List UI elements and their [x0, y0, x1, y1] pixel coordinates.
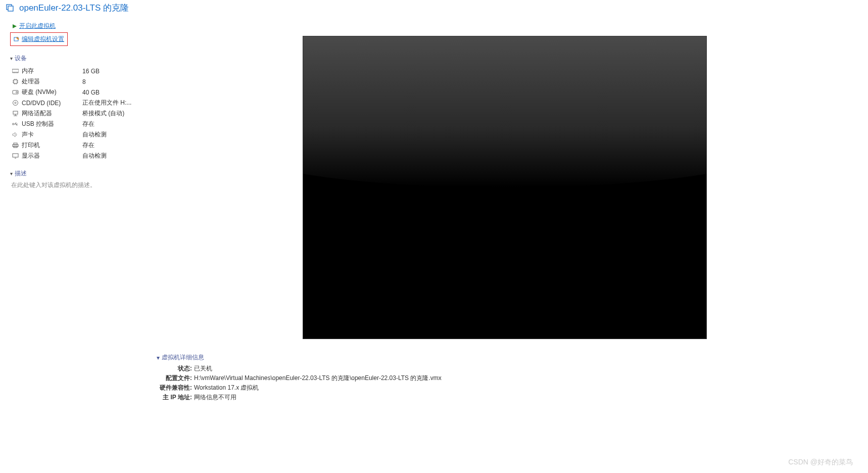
device-row-disk[interactable]: 硬盘 (NVMe) 40 GB: [10, 87, 136, 98]
device-value: 自动检测: [82, 130, 107, 139]
description-section-label: 描述: [15, 169, 27, 178]
device-label: 显示器: [22, 152, 82, 160]
network-icon: [11, 110, 19, 117]
caret-down-icon: ▾: [157, 354, 160, 361]
devices-section-header[interactable]: ▾ 设备: [10, 54, 136, 63]
device-label: 网络适配器: [22, 109, 82, 118]
device-label: 处理器: [22, 77, 82, 86]
edit-vm-settings-link[interactable]: 编辑虚拟机设置: [10, 32, 68, 46]
edit-settings-icon: [14, 36, 20, 42]
svg-rect-22: [13, 111, 18, 114]
sound-icon: [11, 131, 19, 138]
svg-marker-29: [13, 132, 15, 137]
details-section-header[interactable]: ▾ 虚拟机详细信息: [157, 353, 853, 362]
preview-container: [157, 16, 853, 339]
detail-value: 已关机: [194, 364, 212, 373]
device-label: CD/DVD (IDE): [22, 100, 82, 107]
vm-title: openEuler-22.03-LTS 的克隆: [19, 2, 129, 14]
device-value: 40 GB: [82, 89, 100, 96]
svg-rect-9: [14, 80, 17, 83]
usb-icon: [11, 121, 19, 128]
cd-icon: [11, 100, 19, 107]
power-on-vm-link[interactable]: 开启此虚拟机: [10, 21, 136, 31]
device-label: 内存: [22, 67, 82, 75]
device-value: 桥接模式 (自动): [82, 109, 124, 118]
disk-icon: [11, 89, 19, 96]
device-row-cd[interactable]: CD/DVD (IDE) 正在使用文件 H:...: [10, 98, 136, 108]
device-label: 打印机: [22, 141, 82, 150]
device-value: 存在: [82, 141, 94, 150]
detail-label: 状态:: [157, 364, 192, 373]
vm-preview-gloss: [303, 36, 707, 187]
detail-value: 网络信息不可用: [194, 393, 236, 402]
device-value: 16 GB: [82, 68, 100, 75]
svg-line-28: [16, 124, 17, 126]
device-list: 内存 16 GB 处理器 8 硬盘 (NVMe) 40 GB CD/DVD (I…: [10, 66, 136, 161]
details-list: 状态: 已关机 配置文件: H:\vmWare\Virtual Machines…: [157, 364, 853, 402]
power-on-label: 开启此虚拟机: [19, 22, 56, 30]
detail-value: H:\vmWare\Virtual Machines\openEuler-22.…: [194, 374, 442, 383]
play-icon: [12, 24, 17, 29]
device-value: 正在使用文件 H:...: [82, 99, 131, 107]
vm-icon: [5, 3, 15, 13]
detail-row-state: 状态: 已关机: [157, 364, 853, 373]
sidebar: 开启此虚拟机 编辑虚拟机设置 ▾ 设备 内存 16 GB 处理器: [0, 16, 141, 470]
details-section-label: 虚拟机详细信息: [162, 353, 204, 362]
caret-down-icon: ▾: [10, 171, 13, 176]
watermark: CSDN @好奇的菜鸟: [788, 458, 853, 467]
svg-point-19: [16, 91, 17, 93]
detail-label: 配置文件:: [157, 374, 192, 383]
printer-icon: [11, 142, 19, 149]
svg-point-20: [13, 101, 18, 106]
device-row-usb[interactable]: USB 控制器 存在: [10, 119, 136, 129]
device-value: 自动检测: [82, 152, 107, 160]
devices-section-label: 设备: [15, 54, 27, 63]
vm-screen-preview[interactable]: [303, 36, 707, 339]
svg-rect-33: [13, 154, 18, 157]
vm-tab-header: openEuler-22.03-LTS 的克隆: [0, 0, 868, 16]
memory-icon: [11, 68, 19, 75]
svg-rect-4: [12, 69, 19, 72]
detail-label: 硬件兼容性:: [157, 384, 192, 392]
device-row-printer[interactable]: 打印机 存在: [10, 140, 136, 151]
detail-row-config: 配置文件: H:\vmWare\Virtual Machines\openEul…: [157, 373, 853, 383]
svg-point-25: [12, 123, 14, 125]
svg-line-27: [15, 122, 16, 124]
detail-row-ip: 主 IP 地址: 网络信息不可用: [157, 393, 853, 402]
device-row-sound[interactable]: 声卡 自动检测: [10, 129, 136, 140]
device-label: USB 控制器: [22, 120, 82, 128]
svg-marker-2: [13, 24, 17, 28]
device-label: 硬盘 (NVMe): [22, 88, 82, 97]
cpu-icon: [11, 78, 19, 85]
description-section-header[interactable]: ▾ 描述: [10, 169, 136, 178]
device-value: 8: [82, 78, 86, 85]
detail-value: Workstation 17.x 虚拟机: [194, 384, 259, 392]
main-area: ▾ 虚拟机详细信息 状态: 已关机 配置文件: H:\vmWare\Virtua…: [141, 16, 868, 470]
device-row-memory[interactable]: 内存 16 GB: [10, 66, 136, 76]
display-icon: [11, 153, 19, 160]
description-placeholder[interactable]: 在此处键入对该虚拟机的描述。: [11, 181, 136, 190]
detail-row-hw-compat: 硬件兼容性: Workstation 17.x 虚拟机: [157, 383, 853, 393]
caret-down-icon: ▾: [10, 56, 13, 61]
edit-settings-label: 编辑虚拟机设置: [22, 35, 64, 43]
svg-point-21: [15, 102, 16, 104]
detail-label: 主 IP 地址:: [157, 393, 192, 402]
device-value: 存在: [82, 120, 94, 128]
device-row-network[interactable]: 网络适配器 桥接模式 (自动): [10, 108, 136, 119]
device-label: 声卡: [22, 130, 82, 139]
device-row-cpu[interactable]: 处理器 8: [10, 76, 136, 87]
device-row-display[interactable]: 显示器 自动检测: [10, 151, 136, 161]
svg-rect-1: [8, 6, 13, 11]
